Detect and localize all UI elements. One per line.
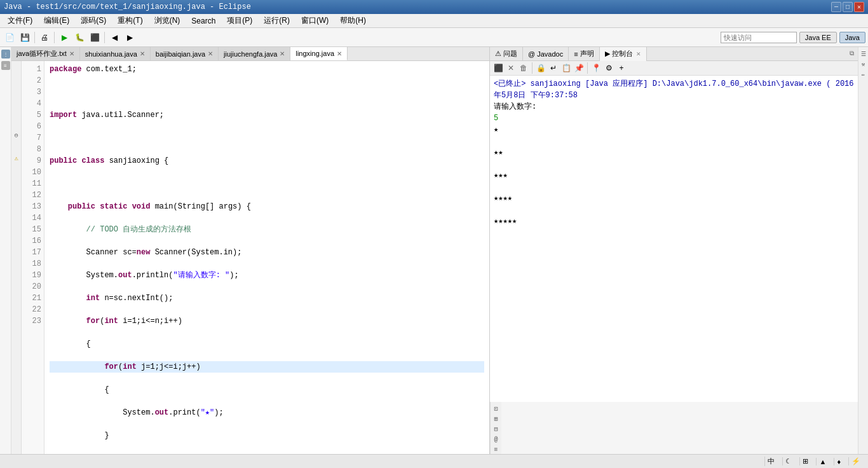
- fold-icon-7[interactable]: ⊖: [11, 130, 21, 141]
- console-line-prompt: 请输入数字:: [494, 101, 854, 113]
- java-perspective[interactable]: Java: [839, 32, 865, 43]
- console-header: <已终止> sanjiaoxing [Java 应用程序] D:\Java\jd…: [494, 78, 854, 101]
- main-layout: ⋮ ≡ java循环作业.txt ✕ shuixianhua.java ✕ ba…: [0, 47, 868, 454]
- status-language: 中: [764, 457, 777, 466]
- console-settings[interactable]: ⚙: [603, 62, 614, 74]
- right-edge-sidebar: ☰ ⚒ ✏: [858, 47, 868, 454]
- tab-declaration-label: 声明: [580, 49, 594, 59]
- rs-icon-1[interactable]: ⊡: [492, 404, 501, 413]
- warning-icon-9: ⚠: [11, 153, 21, 164]
- menu-run[interactable]: 运行(R): [259, 14, 295, 27]
- rs-icon-5[interactable]: ≡: [492, 445, 501, 454]
- rs-icon-3[interactable]: ⊟: [492, 425, 501, 434]
- status-moon-icon: ☾: [785, 457, 792, 465]
- tab-lingxing[interactable]: lingxing.java ✕: [290, 47, 348, 60]
- tab-label: lingxing.java: [295, 50, 334, 57]
- console-scroll-lock[interactable]: 🔒: [535, 62, 546, 74]
- minimize-button[interactable]: ─: [831, 2, 841, 12]
- console-pin[interactable]: 📍: [590, 62, 602, 74]
- console-copy[interactable]: 📋: [560, 62, 572, 74]
- back-button[interactable]: ◀: [107, 31, 121, 45]
- console-star-2: ★★: [494, 147, 854, 158]
- title-bar: Java - test1/src/com/text_1/sanjiaoxing.…: [0, 0, 868, 14]
- left-sidebar: ⋮ ≡: [0, 47, 11, 454]
- console-close-icon[interactable]: ✕: [636, 51, 641, 57]
- sidebar-icon-2[interactable]: ≡: [1, 61, 10, 70]
- tab-problems-label: 问题: [503, 49, 517, 59]
- menu-navigate[interactable]: 浏览(N): [149, 14, 186, 27]
- menu-window[interactable]: 窗口(W): [296, 14, 334, 27]
- run-button[interactable]: ▶: [57, 31, 71, 45]
- menu-source[interactable]: 源码(S): [76, 14, 111, 27]
- console-right-sidebar: ⊡ ⊞ ⊟ @ ≡: [490, 402, 501, 454]
- console-star-5: ★★★★★: [494, 216, 854, 227]
- tab-close-icon[interactable]: ✕: [337, 50, 342, 57]
- tab-label: baijibaiqian.java: [156, 50, 205, 58]
- tab-close-icon[interactable]: ✕: [140, 50, 145, 57]
- print-button[interactable]: 🖨: [37, 31, 51, 45]
- code-editor[interactable]: package com.text_1; import java.util.Sca…: [44, 61, 489, 454]
- edge-icon-3[interactable]: ✏: [859, 70, 868, 79]
- editor-gutter: ⊖ ⚠: [11, 61, 22, 454]
- tab-shuixianhua[interactable]: shuixianhua.java ✕: [80, 47, 151, 60]
- status-lightning: ⚡: [848, 457, 863, 465]
- problems-icon: ⚠: [495, 50, 501, 58]
- tab-console[interactable]: ▶ 控制台 ✕: [600, 47, 647, 61]
- tab-baijibaiqian[interactable]: baijibaiqian.java ✕: [151, 47, 219, 60]
- menu-project[interactable]: 项目(P): [222, 14, 257, 27]
- tab-close-icon[interactable]: ✕: [208, 50, 213, 57]
- save-button[interactable]: 💾: [18, 31, 32, 45]
- code-editor-container: ⊖ ⚠ 12345 678910: [11, 61, 489, 454]
- status-alert-icon: ▲: [819, 458, 826, 465]
- debug-button[interactable]: 🐛: [72, 31, 86, 45]
- declaration-icon: ≡: [574, 50, 578, 58]
- menu-help[interactable]: 帮助(H): [335, 14, 371, 27]
- menu-edit[interactable]: 编辑(E): [39, 14, 74, 27]
- tab-java-homework[interactable]: java循环作业.txt ✕: [11, 47, 80, 60]
- javadoc-icon: @: [528, 50, 535, 58]
- console-remove[interactable]: ✕: [505, 62, 517, 74]
- right-panel: ⚠ 问题 @ Javadoc ≡ 声明 ▶ 控制台 ✕ ⧉ ⬛ ✕ 🗑: [489, 47, 858, 454]
- rs-icon-4[interactable]: @: [492, 435, 501, 444]
- console-word-wrap[interactable]: ↵: [548, 62, 559, 74]
- maximize-button[interactable]: □: [843, 2, 853, 12]
- console-terminate[interactable]: ⬛: [492, 62, 504, 74]
- tab-jiujiuchengfa[interactable]: jiujiuchengfa.java ✕: [219, 47, 290, 60]
- stop-button[interactable]: ⬛: [88, 31, 102, 45]
- edge-icon-1[interactable]: ☰: [859, 50, 868, 59]
- tab-problems[interactable]: ⚠ 问题: [490, 47, 523, 61]
- status-diamond-icon: ♦: [837, 458, 841, 465]
- console-blank-3: [494, 181, 854, 193]
- console-icon: ▶: [605, 50, 610, 58]
- status-lightning-icon: ⚡: [851, 457, 860, 465]
- close-button[interactable]: ✕: [854, 2, 864, 12]
- console-new[interactable]: +: [616, 62, 627, 74]
- console-star-1: ★: [494, 124, 854, 135]
- tab-close-icon[interactable]: ✕: [280, 50, 285, 57]
- console-input-value: 5: [494, 113, 854, 124]
- maximize-button[interactable]: ⧉: [846, 50, 858, 57]
- app-title: Java - test1/src/com/text_1/sanjiaoxing.…: [4, 3, 251, 11]
- tab-javadoc[interactable]: @ Javadoc: [523, 47, 569, 61]
- status-alert: ▲: [816, 458, 829, 465]
- console-paste[interactable]: 📌: [573, 62, 585, 74]
- edge-icon-2[interactable]: ⚒: [859, 60, 868, 69]
- quick-access-input[interactable]: [721, 32, 797, 43]
- status-diamond: ♦: [834, 458, 843, 465]
- menu-file[interactable]: 文件(F): [3, 14, 37, 27]
- console-star-4: ★★★★: [494, 193, 854, 204]
- java-ee-perspective[interactable]: Java EE: [799, 32, 837, 43]
- menu-search[interactable]: Search: [186, 15, 220, 27]
- editor-area: java循环作业.txt ✕ shuixianhua.java ✕ baijib…: [11, 47, 489, 454]
- right-panel-tabs: ⚠ 问题 @ Javadoc ≡ 声明 ▶ 控制台 ✕ ⧉: [490, 47, 858, 61]
- menu-refactor[interactable]: 重构(T): [112, 14, 147, 27]
- status-grid[interactable]: ⊞: [799, 457, 811, 465]
- tab-close-icon[interactable]: ✕: [69, 50, 74, 57]
- rs-icon-2[interactable]: ⊞: [492, 415, 501, 423]
- forward-button[interactable]: ▶: [123, 31, 137, 45]
- sidebar-icon-1[interactable]: ⋮: [1, 50, 10, 59]
- console-clear[interactable]: 🗑: [518, 62, 529, 74]
- new-button[interactable]: 📄: [3, 31, 17, 45]
- editor-tabs: java循环作业.txt ✕ shuixianhua.java ✕ baijib…: [11, 47, 489, 61]
- tab-declaration[interactable]: ≡ 声明: [569, 47, 599, 61]
